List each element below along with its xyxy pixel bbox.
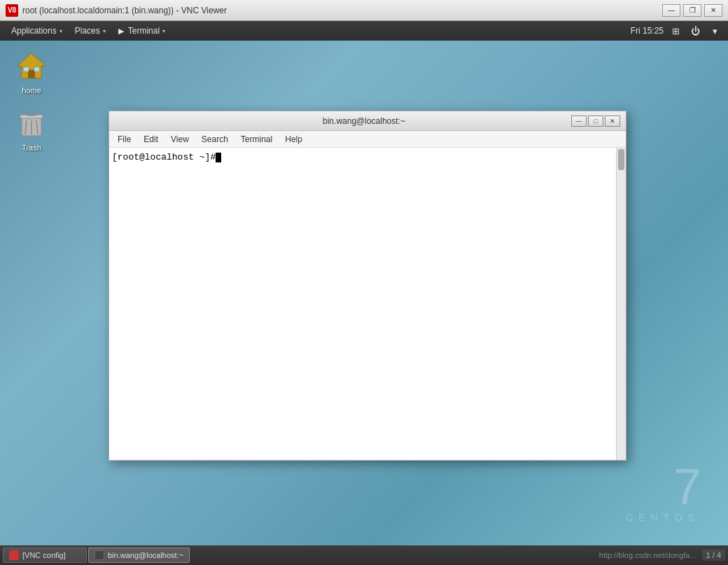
trash-label: Trash: [20, 143, 43, 153]
taskbar-vnc-item[interactable]: [VNC config]: [3, 547, 87, 563]
vnc-minimize-button[interactable]: —: [662, 4, 680, 17]
taskbar: [VNC config] bin.wang@localhost:~ http:/…: [0, 545, 728, 565]
taskbar-right: http://blog.csdn.net/dongfa... 1 / 4: [599, 550, 725, 561]
terminal-win-controls: — □ ✕: [571, 116, 620, 127]
desktop-icons: home: [7, 49, 56, 153]
panel-screen-button[interactable]: ⊞: [668, 23, 683, 39]
panel-power-button[interactable]: ⏻: [687, 23, 703, 39]
taskbar-terminal-item[interactable]: bin.wang@localhost:~: [88, 547, 190, 563]
taskbar-url: http://blog.csdn.net/dongfa...: [599, 551, 696, 559]
vnc-titlebar-controls: — ❐ ✕: [662, 4, 722, 17]
terminal-titlebar: bin.wang@localhost:~ — □ ✕: [109, 111, 626, 131]
terminal-file-menu[interactable]: File: [112, 133, 136, 146]
trash-icon[interactable]: Trash: [7, 106, 56, 153]
terminal-icon: ▶: [118, 27, 124, 36]
clock-display: Fri 15:25: [631, 26, 664, 36]
vnc-title-text: root (localhost.localdomain:1 (bin.wang)…: [22, 6, 227, 15]
places-label: Places: [75, 26, 100, 36]
terminal-title: bin.wang@localhost:~: [157, 116, 571, 126]
svg-rect-1: [28, 70, 35, 78]
terminal-minimize-button[interactable]: —: [571, 116, 587, 127]
terminal-label: Terminal: [128, 26, 160, 36]
terminal-search-menu[interactable]: Search: [196, 133, 234, 146]
terminal-arrow: ▾: [162, 28, 165, 34]
centos-watermark: 7 CENTOS: [626, 461, 700, 523]
svg-rect-2: [24, 67, 29, 71]
vnc-close-button[interactable]: ✕: [704, 4, 722, 17]
scrollbar-thumb[interactable]: [618, 149, 624, 170]
applications-label: Applications: [11, 26, 57, 36]
terminal-content[interactable]: [root@localhost ~]#: [109, 148, 616, 460]
trash-icon-image: [15, 106, 48, 140]
terminal-prompt-text: [root@localhost ~]#: [112, 152, 216, 162]
vnc-viewer-window: V8 root (localhost.localdomain:1 (bin.wa…: [0, 0, 728, 565]
terminal-terminal-menu[interactable]: Terminal: [235, 133, 278, 146]
panel-options-button[interactable]: ▾: [707, 23, 722, 39]
terminal-restore-button[interactable]: □: [588, 116, 603, 127]
terminal-body: [root@localhost ~]#: [109, 148, 626, 460]
applications-arrow: ▾: [59, 28, 62, 34]
centos-version-number: 7: [626, 461, 700, 512]
panel-left: Applications ▾ Places ▾ ▶ Terminal ▾: [6, 24, 171, 38]
home-icon[interactable]: home: [7, 49, 56, 95]
terminal-scrollbar[interactable]: [616, 148, 626, 460]
terminal-prompt-line: [root@localhost ~]#: [112, 152, 613, 162]
terminal-view-menu[interactable]: View: [165, 133, 195, 146]
vnc-titlebar: V8 root (localhost.localdomain:1 (bin.wa…: [0, 0, 728, 21]
vnc-titlebar-left: V8 root (localhost.localdomain:1 (bin.wa…: [6, 4, 227, 17]
panel-right: Fri 15:25 ⊞ ⏻ ▾: [631, 23, 722, 39]
terminal-help-menu[interactable]: Help: [279, 133, 308, 146]
terminal-cursor: [216, 153, 221, 162]
taskbar-vnc-label: [VNC config]: [22, 551, 66, 559]
places-menu[interactable]: Places ▾: [69, 24, 111, 38]
svg-rect-9: [27, 112, 36, 116]
gnome-panel: Applications ▾ Places ▾ ▶ Terminal ▾ Fri…: [0, 21, 728, 41]
taskbar-vnc-icon: [9, 550, 19, 560]
centos-name: CENTOS: [626, 512, 700, 523]
terminal-window: bin.wang@localhost:~ — □ ✕ File Edit Vie…: [108, 111, 626, 461]
home-label: home: [20, 85, 43, 95]
vnc-restore-button[interactable]: ❐: [683, 4, 701, 17]
vnc-logo: V8: [6, 4, 18, 17]
vnc-desktop: Applications ▾ Places ▾ ▶ Terminal ▾ Fri…: [0, 21, 728, 565]
terminal-close-button[interactable]: ✕: [605, 116, 620, 127]
places-arrow: ▾: [103, 28, 106, 34]
terminal-menubar: File Edit View Search Terminal Help: [109, 131, 626, 148]
taskbar-terminal-icon: [94, 550, 104, 560]
home-icon-image: [15, 49, 48, 83]
terminal-menu[interactable]: ▶ Terminal ▾: [113, 24, 171, 38]
applications-menu[interactable]: Applications ▾: [6, 24, 68, 38]
terminal-edit-menu[interactable]: Edit: [138, 133, 164, 146]
taskbar-page-indicator: 1 / 4: [702, 550, 725, 561]
taskbar-terminal-label: bin.wang@localhost:~: [108, 551, 183, 559]
svg-rect-3: [34, 67, 39, 71]
